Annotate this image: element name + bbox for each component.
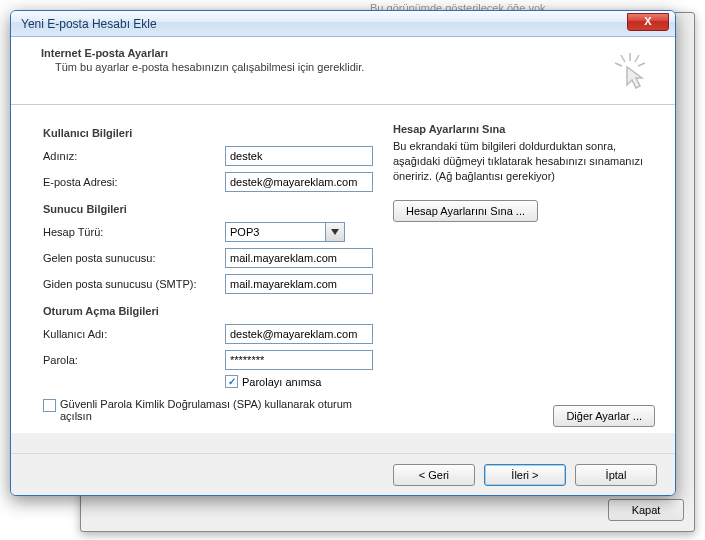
spa-label: Güvenli Parola Kimlik Doğrulaması (SPA) … [60, 398, 360, 422]
chevron-down-icon[interactable] [325, 222, 345, 242]
parent-close-button[interactable]: Kapat [608, 499, 684, 521]
remember-password-row[interactable]: Parolayı anımsa [225, 375, 383, 388]
label-name: Adınız: [43, 150, 225, 162]
test-settings-heading: Hesap Ayarlarını Sına [393, 123, 655, 135]
section-server-info: Sunucu Bilgileri [43, 203, 383, 215]
section-logon-info: Oturum Açma Bilgileri [43, 305, 383, 317]
next-button[interactable]: İleri > [484, 464, 566, 486]
label-username: Kullanıcı Adı: [43, 328, 225, 340]
spa-row[interactable]: Güvenli Parola Kimlik Doğrulaması (SPA) … [43, 398, 383, 422]
label-account-type: Hesap Türü: [43, 226, 225, 238]
username-field[interactable] [225, 324, 373, 344]
svg-line-3 [638, 63, 645, 66]
left-column: Kullanıcı Bilgileri Adınız: E-posta Adre… [43, 123, 383, 433]
cursor-click-icon [609, 51, 651, 95]
header-subtitle: Tüm bu ayarlar e-posta hesabınızın çalış… [41, 61, 655, 73]
dialog-title: Yeni E-posta Hesabı Ekle [17, 17, 157, 31]
incoming-server-field[interactable] [225, 248, 373, 268]
spa-checkbox[interactable] [43, 399, 56, 412]
footer-spacer [11, 433, 675, 453]
add-email-account-dialog: Yeni E-posta Hesabı Ekle X Internet E-po… [10, 10, 676, 496]
close-icon[interactable]: X [627, 13, 669, 31]
more-settings-button[interactable]: Diğer Ayarlar ... [553, 405, 655, 427]
account-type-select[interactable] [225, 222, 347, 242]
dialog-footer: < Geri İleri > İptal [11, 453, 675, 496]
remember-password-label: Parolayı anımsa [242, 376, 321, 388]
header-panel: Internet E-posta Ayarları Tüm bu ayarlar… [11, 37, 675, 105]
titlebar: Yeni E-posta Hesabı Ekle X [11, 11, 675, 37]
label-outgoing-server: Giden posta sunucusu (SMTP): [43, 278, 225, 290]
email-field[interactable] [225, 172, 373, 192]
test-settings-text: Bu ekrandaki tüm bilgileri doldurduktan … [393, 139, 655, 184]
back-button[interactable]: < Geri [393, 464, 475, 486]
svg-line-1 [635, 55, 639, 62]
account-type-value[interactable] [225, 222, 325, 242]
dialog-body: Kullanıcı Bilgileri Adınız: E-posta Adre… [11, 105, 675, 433]
section-user-info: Kullanıcı Bilgileri [43, 127, 383, 139]
password-field[interactable] [225, 350, 373, 370]
svg-line-2 [621, 55, 625, 62]
label-incoming-server: Gelen posta sunucusu: [43, 252, 225, 264]
test-account-settings-button[interactable]: Hesap Ayarlarını Sına ... [393, 200, 538, 222]
svg-line-4 [615, 63, 622, 66]
right-column: Hesap Ayarlarını Sına Bu ekrandaki tüm b… [383, 123, 655, 433]
label-password: Parola: [43, 354, 225, 366]
label-email: E-posta Adresi: [43, 176, 225, 188]
remember-password-checkbox[interactable] [225, 375, 238, 388]
name-field[interactable] [225, 146, 373, 166]
cancel-button[interactable]: İptal [575, 464, 657, 486]
header-title: Internet E-posta Ayarları [41, 47, 655, 59]
outgoing-server-field[interactable] [225, 274, 373, 294]
